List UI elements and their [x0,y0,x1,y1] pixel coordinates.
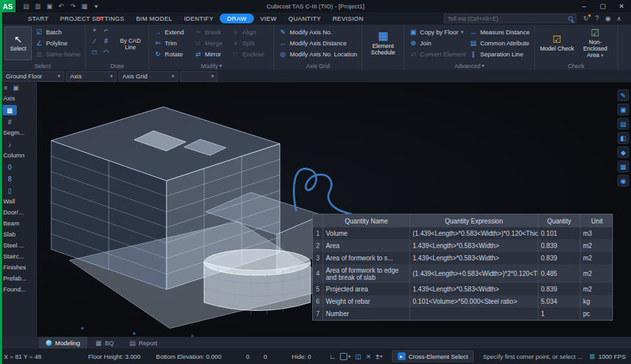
sidebar-item-column[interactable]: Column [0,150,36,161]
non-enclosed-area-button[interactable]: ☑ Non-Enclosed Area ▾ [578,27,613,60]
measure-distance-button[interactable]: ↔Measure Distance [469,27,530,38]
sidebar-item-slab[interactable]: Slab [0,229,36,240]
tab-start[interactable]: START [22,14,54,23]
table-row[interactable]: 3 Area of formwork to s... 1.439<Length>… [313,252,612,264]
style-brush-icon[interactable]: ✎ [617,89,629,101]
sidebar-item-door[interactable]: Door/... [0,207,36,218]
cross-element-select-button[interactable]: ▸ Cross-Element Select [392,350,474,362]
overlap-select-icon[interactable]: ◫ [355,353,361,360]
tab-view[interactable]: VIEW [254,14,282,23]
update-sync-icon[interactable]: ↻ [580,13,591,24]
toolbar-more-icon[interactable]: ▾ [91,1,102,12]
tab-project-settings[interactable]: PROJECT SETTINGS [54,14,130,23]
floor-select[interactable]: Ground Floor▾ [2,71,64,82]
tab-revision[interactable]: REVISION [327,14,369,23]
sidebar-item-staircase[interactable]: Stairc... [0,251,36,262]
enclose-button[interactable]: □Enclose [231,49,269,60]
display-settings-icon[interactable]: ▣ [617,104,629,115]
tab-identify[interactable]: IDENTIFY [178,14,220,23]
layers-icon[interactable]: ▦ [617,161,629,172]
draw-line-icon[interactable]: ∕ [90,38,98,49]
common-attribute-button[interactable]: ▤Common Attribute [469,38,530,49]
convert-element-button[interactable]: ⇄Convert Element [409,49,466,60]
redo-icon[interactable]: ↷ [67,1,78,12]
table-row[interactable]: 2 Area 1.439<Length>*0.583<Width> 0.839 … [313,240,612,252]
plus-minus-icon[interactable]: ±▾ [376,353,383,360]
open-file-icon[interactable]: ▥ [32,1,43,12]
table-row[interactable]: 7 Number 1 pc [313,308,612,320]
split-button[interactable]: ∨Split [231,38,269,49]
table-row[interactable]: 1 Volume (1.439<Length>*0.583<Width>)*0.… [313,227,612,240]
extend-button[interactable]: →Extend [154,27,194,38]
extra-select[interactable]: ▾ [180,71,218,82]
separation-line-button[interactable]: ∥Separation Line [469,49,530,60]
minimize-button[interactable]: – [575,0,593,12]
draw-rect-icon[interactable]: □ [90,49,98,60]
tab-bim-model[interactable]: BIM MODEL [130,14,178,23]
tree-panel-icon[interactable]: ▣ [13,84,19,91]
table-row[interactable]: 4 Area of formwork to edge and break of … [313,264,612,283]
deselect-icon[interactable]: ✕ [366,353,371,360]
help-icon[interactable]: ? [591,13,602,24]
undo-icon[interactable]: ↶ [56,1,67,12]
sidebar-item-prefab[interactable]: Prefab... [0,273,36,284]
tab-draw[interactable]: DRAW [220,14,255,23]
tab-report[interactable]: ▤ Report [122,337,165,348]
tab-modeling[interactable]: Modeling [39,337,87,348]
rotate-button[interactable]: ↻Rotate [154,49,194,60]
column-composite-icon[interactable]: 8 [3,174,17,184]
solid-shade-icon[interactable]: ◧ [617,132,629,144]
draw-point-icon[interactable]: + [90,27,98,38]
modify-axis-no-button[interactable]: ✎Modify Axis No. [279,27,357,38]
mirror-button[interactable]: ⇄Mirror [194,49,231,60]
view-switch-icon[interactable]: ▦ [79,1,90,12]
sidebar-item-beam[interactable]: Beam [0,218,36,229]
polyline-select-button[interactable]: ∠ Polyline [35,38,80,49]
collapse-ribbon-icon[interactable]: ∧ [614,13,625,24]
trim-button[interactable]: ✄Trim [154,38,194,49]
merge-button[interactable]: ∪Merge [194,38,231,49]
sidebar-item-foundation[interactable]: Found... [0,284,36,295]
tell-me-search[interactable] [444,14,577,23]
corner-snap-icon[interactable]: ∟ [329,353,336,360]
same-name-select-button[interactable]: ▥ Same-Name [35,49,80,60]
element-filter-icon[interactable]: ◆ [617,146,629,158]
modify-axis-location-button[interactable]: ◎Modify Axis No. Location [279,49,357,60]
account-icon[interactable]: ◉ [602,13,614,24]
close-button[interactable]: ✕ [612,0,631,12]
batch-select-button[interactable]: ☑ Batch [35,27,80,38]
draw-arc-icon[interactable]: ◠ [102,49,110,60]
box-select-icon[interactable]: ▾ [340,353,350,360]
draw-hash-icon[interactable]: # [102,38,110,49]
table-row[interactable]: 6 Weight of rebar 0.101<Volume>*50.000<S… [313,295,612,308]
sidebar-item-segment[interactable]: Segm... [0,128,36,139]
secondary-axis-icon[interactable]: # [3,117,17,127]
align-button[interactable]: ≡Align [231,27,269,38]
sidebar-item-wall[interactable]: Wall [0,196,36,207]
by-cad-line-button[interactable]: By CAD Line [117,27,144,62]
tree-list-icon[interactable]: ≡ [4,84,8,91]
element-select[interactable]: Axis Grid▾ [119,71,178,82]
new-file-icon[interactable]: ▤ [21,1,32,12]
sidebar-item-finishes[interactable]: Finishes [0,262,36,273]
join-button[interactable]: ⊕Join [409,38,466,49]
tab-bq[interactable]: ▦ BQ [89,337,121,348]
local-view-icon[interactable]: ▤ [617,118,629,130]
category-select[interactable]: Axis▾ [66,71,117,82]
copy-by-floor-button[interactable]: ▣Copy by Floor▾ [409,27,466,38]
select-button[interactable]: ↖ Select [5,27,32,60]
tab-quantity[interactable]: QUANTITY [282,14,327,23]
draw-poly-icon[interactable]: ⌐ [102,27,110,38]
modify-axis-distance-button[interactable]: ↔Modify Axis Distance [279,38,357,49]
sidebar-item-steel[interactable]: Steel ... [0,240,36,251]
element-schedule-button[interactable]: ▦ Element Schedule [367,27,399,60]
save-icon[interactable]: ▣ [44,1,55,12]
model-check-button[interactable]: ☑ Model Check [540,27,575,60]
table-row[interactable]: 5 Projected area 1.439<Length>*0.583<Wid… [313,283,612,295]
segment-tool-icon[interactable]: ♪ [3,139,17,150]
maximize-button[interactable]: ▢ [593,0,612,12]
axis-grid-tool-icon[interactable]: ▦ [3,105,17,115]
column-round-icon[interactable]: 0 [3,162,17,172]
sidebar-item-axis[interactable]: Axis [0,93,36,104]
tell-me-input[interactable] [448,16,566,22]
